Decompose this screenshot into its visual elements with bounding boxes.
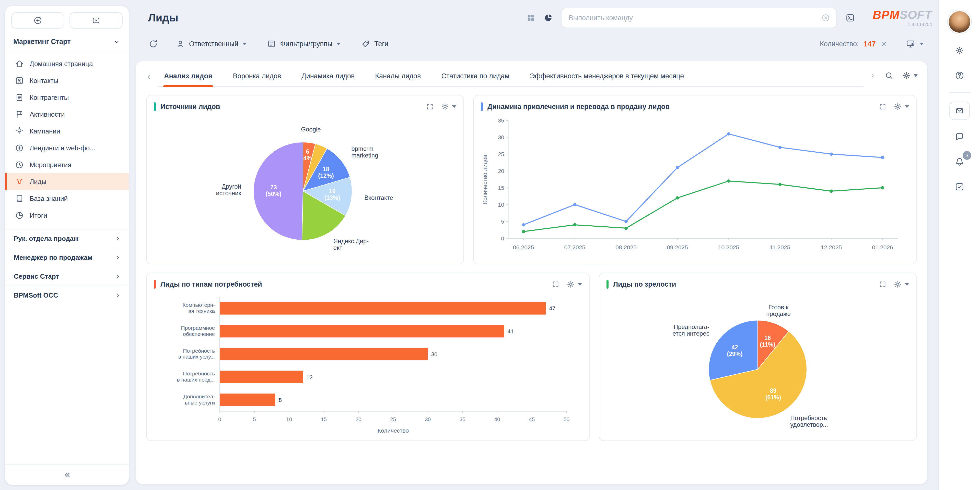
sidebar-item-results[interactable]: Итоги	[5, 207, 129, 224]
tab-lead-statistics[interactable]: Статистика по лидам	[440, 72, 511, 86]
widget-title: Динамика привлечения и перевода в продаж…	[487, 103, 874, 111]
widget-settings-button[interactable]	[893, 102, 909, 111]
video-button[interactable]	[70, 12, 123, 29]
sidebar-item-knowledge-base[interactable]: База знаний	[5, 190, 129, 207]
tasks-button[interactable]	[951, 179, 968, 195]
chat-button[interactable]	[951, 128, 968, 145]
svg-text:09.2025: 09.2025	[667, 244, 688, 251]
responsible-filter-button[interactable]: Ответственный	[173, 39, 250, 49]
workspace-name: Маркетинг Старт	[13, 38, 70, 46]
filters-groups-button[interactable]: Фильтры/группы	[264, 39, 344, 49]
svg-text:0: 0	[501, 235, 504, 242]
right-rail: 3	[939, 0, 980, 490]
sidebar-item-home[interactable]: Домашняя страница	[5, 56, 129, 72]
notifications-button[interactable]: 3	[951, 154, 968, 170]
grid-view-button[interactable]	[526, 13, 536, 22]
tab-lead-channels[interactable]: Каналы лидов	[374, 72, 422, 86]
tags-button[interactable]: Теги	[358, 39, 391, 49]
refresh-button[interactable]	[148, 39, 158, 49]
sidebar-item-leads[interactable]: Лиды	[5, 173, 129, 190]
widget-lead-maturity: Лиды по зрелости 16(11%)Готов кпродаже89…	[599, 273, 916, 441]
chevron-right-icon	[114, 273, 122, 280]
dashboard-search-button[interactable]	[885, 71, 894, 80]
globe-plus-icon	[15, 143, 24, 152]
section-service-start[interactable]: Сервис Старт	[5, 267, 129, 285]
chevron-right-icon	[114, 254, 122, 261]
widget-expand-button[interactable]	[552, 281, 560, 288]
tabs-scroll-left-button[interactable]	[145, 73, 153, 81]
dashboard-panel: Анализ лидов Воронка лидов Динамика лидо…	[136, 61, 927, 484]
sidebar-collapse-button[interactable]	[5, 465, 129, 485]
section-sales-manager[interactable]: Менеджер по продажам	[5, 248, 129, 267]
command-input[interactable]	[568, 14, 817, 22]
widget-settings-button[interactable]	[893, 280, 909, 289]
profile-settings-button[interactable]	[951, 42, 968, 59]
svg-text:41: 41	[508, 328, 514, 335]
svg-text:Готов кпродаже: Готов кпродаже	[766, 304, 791, 317]
widget-lead-needs: Лиды по типам потребностей 0510152025303…	[146, 273, 590, 441]
tabs-scroll-right-button[interactable]	[869, 72, 876, 79]
svg-text:Вконтакте: Вконтакте	[364, 194, 393, 201]
chevron-left-icon	[145, 73, 153, 81]
help-button[interactable]	[951, 67, 968, 84]
display-settings-button[interactable]	[902, 38, 927, 49]
expand-icon	[879, 281, 886, 288]
section-sales-head[interactable]: Рук. отдела продаж	[5, 229, 129, 248]
sidebar-item-accounts[interactable]: Контрагенты	[5, 89, 129, 106]
widget-title: Лиды по зрелости	[613, 281, 874, 289]
tab-lead-funnel[interactable]: Воронка лидов	[232, 72, 282, 86]
widget-settings-button[interactable]	[566, 280, 582, 289]
rail-divider	[949, 92, 970, 93]
page-header: Лиды BPMSOFT 1.8.0.14204	[134, 0, 933, 34]
widget-title: Источники лидов	[161, 103, 422, 111]
svg-text:40: 40	[494, 416, 500, 422]
svg-text:Количество лидов: Количество лидов	[482, 155, 488, 204]
widget-accent-bar	[481, 102, 483, 111]
tab-lead-analysis[interactable]: Анализ лидов	[163, 72, 213, 86]
caret-down-icon	[913, 74, 918, 77]
play-icon	[91, 16, 101, 25]
add-button[interactable]	[11, 12, 64, 29]
widget-lead-dynamics: Динамика привлечения и перевода в продаж…	[473, 95, 916, 265]
svg-text:30: 30	[425, 416, 431, 422]
svg-text:30: 30	[498, 134, 504, 141]
gear-icon	[893, 102, 902, 111]
widget-expand-button[interactable]	[879, 281, 886, 288]
clear-count-filter-button[interactable]	[880, 40, 888, 48]
sidebar-item-activities[interactable]: Активности	[5, 106, 129, 123]
user-avatar[interactable]	[948, 10, 971, 34]
dashboard-tabs-row: Анализ лидов Воронка лидов Динамика лидо…	[136, 61, 927, 87]
widget-expand-button[interactable]	[426, 103, 434, 111]
main-area: Лиды BPMSOFT 1.8.0.14204	[134, 0, 933, 490]
command-run-button[interactable]	[845, 13, 855, 23]
svg-text:15: 15	[498, 185, 504, 191]
person-icon	[176, 39, 185, 49]
dashboard-settings-button[interactable]	[902, 71, 918, 80]
sidebar-item-contacts[interactable]: Контакты	[5, 72, 129, 89]
widget-expand-button[interactable]	[879, 103, 886, 111]
svg-text:07.2025: 07.2025	[564, 244, 585, 251]
sidebar-item-events[interactable]: Мероприятия	[5, 157, 129, 173]
svg-text:35: 35	[498, 117, 504, 124]
svg-text:01.2026: 01.2026	[872, 244, 893, 251]
view-toggles	[526, 13, 553, 22]
email-button[interactable]	[949, 101, 970, 120]
double-chevron-left-icon	[62, 470, 72, 479]
workspace-selector[interactable]: Маркетинг Старт	[5, 34, 129, 52]
svg-text:Предполага-ется интерес: Предполага-ется интерес	[672, 323, 709, 337]
monitor-settings-icon	[905, 39, 916, 49]
search-icon	[885, 71, 894, 80]
sidebar-item-campaigns[interactable]: Кампании	[5, 123, 129, 140]
section-bpmsoft-occ[interactable]: BPMSoft OCC	[5, 285, 129, 304]
dashboard-view-button[interactable]	[544, 13, 553, 22]
tab-lead-dynamics[interactable]: Динамика лидов	[301, 72, 356, 86]
command-clear-button[interactable]	[821, 13, 830, 22]
sidebar-item-landings[interactable]: Лендинги и web-фо...	[5, 140, 129, 157]
widget-settings-button[interactable]	[441, 102, 456, 111]
notifications-badge: 3	[963, 151, 971, 160]
tab-manager-efficiency[interactable]: Эффективность менеджеров в текущем месяц…	[529, 72, 685, 86]
left-sidebar: Маркетинг Старт Домашняя страница Контак…	[5, 6, 129, 485]
svg-text:10.2025: 10.2025	[718, 244, 739, 251]
svg-text:12.2025: 12.2025	[821, 244, 842, 251]
svg-text:50: 50	[563, 416, 570, 422]
